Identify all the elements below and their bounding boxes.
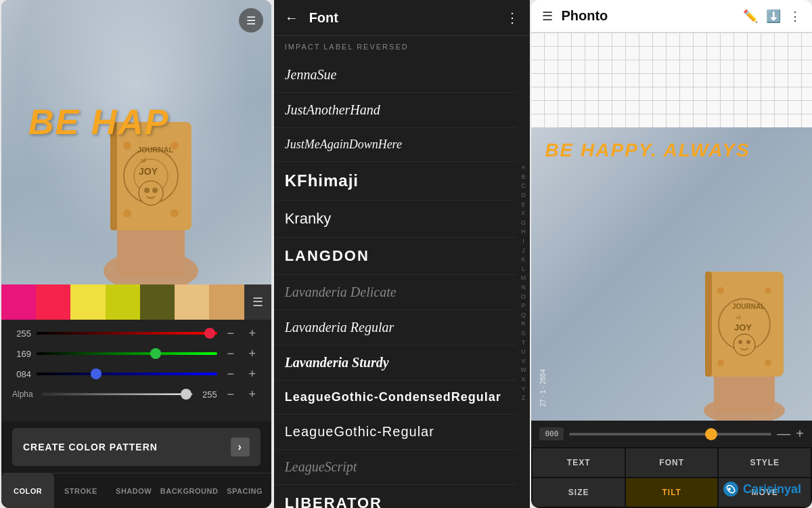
font-item-leaguegothic-condensed[interactable]: LeagueGothic-CondensedRegular xyxy=(274,381,517,415)
alpha-M[interactable]: M xyxy=(521,274,526,282)
main-slider-thumb[interactable] xyxy=(705,428,717,440)
font-item-leaguegothic-regular[interactable]: LeagueGothic-Regular xyxy=(274,415,517,450)
tab-background[interactable]: BACKGROUND xyxy=(160,473,219,508)
alpha-S[interactable]: S xyxy=(521,329,525,338)
red-slider-track[interactable] xyxy=(37,332,217,335)
red-slider-row: 255 − + xyxy=(12,325,261,341)
phonto-menu-button[interactable]: ☰ xyxy=(542,9,553,24)
tab-spacing[interactable]: SPACING xyxy=(218,473,271,508)
green-slider-track[interactable] xyxy=(37,352,217,355)
alpha-T[interactable]: T xyxy=(522,339,526,347)
tab-stroke[interactable]: STROKE xyxy=(54,473,107,508)
alpha-W[interactable]: W xyxy=(520,366,526,375)
font-item-kfhimaji[interactable]: KFhimaji xyxy=(274,162,517,200)
tab-color[interactable]: COLOR xyxy=(1,473,54,508)
font-subtitle: IMPACT LABEL REVERSED xyxy=(274,36,531,58)
font-name: LIBERATOR xyxy=(285,494,382,508)
tool-style-button[interactable]: STYLE xyxy=(719,448,811,477)
back-button[interactable]: ← xyxy=(285,10,298,26)
font-more-button[interactable]: ⋮ xyxy=(505,9,519,26)
tool-text-button[interactable]: TEXT xyxy=(533,448,625,477)
blue-slider-thumb[interactable] xyxy=(91,368,102,379)
alpha-H[interactable]: H xyxy=(521,228,526,236)
swatches-menu-button[interactable]: ☰ xyxy=(244,284,271,320)
slider-increase-button[interactable]: + xyxy=(796,426,804,442)
blue-slider-track[interactable] xyxy=(37,373,217,375)
alpha-G[interactable]: G xyxy=(521,219,526,228)
alpha-slider-track[interactable] xyxy=(42,393,193,396)
phonto-more-button[interactable]: ⋮ xyxy=(789,9,801,24)
alpha-F[interactable]: F xyxy=(522,209,526,218)
swatch-peach[interactable] xyxy=(175,284,209,320)
main-canvas[interactable]: BE HAPPY. ALWAYS JOURNAL of JOY xyxy=(531,127,812,421)
phonto-download-button[interactable]: ⬇️ xyxy=(766,9,781,24)
blue-decrease-button[interactable]: − xyxy=(223,366,239,382)
alpha-A[interactable]: A xyxy=(521,163,525,172)
swatch-yellow[interactable] xyxy=(70,284,105,320)
alpha-R[interactable]: R xyxy=(521,320,526,329)
tool-tilt-button[interactable]: TILT xyxy=(626,478,718,507)
alpha-increase-button[interactable]: + xyxy=(244,386,261,402)
font-item-lavanderia-sturdy[interactable]: Lavanderia Sturdy xyxy=(274,345,517,381)
font-item-justAnotherHand[interactable]: JustAnotherHand xyxy=(274,93,517,128)
svg-point-10 xyxy=(144,188,150,193)
alpha-Y[interactable]: Y xyxy=(521,385,525,394)
canvas-grid-background xyxy=(531,33,812,127)
font-item-leaguescript[interactable]: LeagueScript xyxy=(274,450,517,485)
swatch-hot-pink[interactable] xyxy=(1,284,36,320)
tool-size-button[interactable]: SIZE xyxy=(533,478,625,507)
main-slider-track[interactable] xyxy=(569,433,771,436)
font-item-justMeAgain[interactable]: JustMeAgainDownHere xyxy=(274,128,517,162)
blue-slider-row: 084 − + xyxy=(12,366,261,382)
tool-font-button[interactable]: FONT xyxy=(626,448,718,477)
font-item-lavanderia-regular[interactable]: Lavanderia Regular xyxy=(274,310,517,345)
alpha-V[interactable]: V xyxy=(521,357,525,366)
alpha-O[interactable]: O xyxy=(521,293,526,301)
canvas-book-illustration: JOURNAL of JOY xyxy=(677,245,812,421)
canvas-menu-button[interactable]: ☰ xyxy=(239,8,263,33)
swatch-red[interactable] xyxy=(36,284,70,320)
download-icon: ⬇️ xyxy=(766,9,781,23)
red-slider-thumb[interactable] xyxy=(204,328,215,339)
phonto-edit-button[interactable]: ✏️ xyxy=(743,9,758,24)
tool-grid: TEXT FONT STYLE SIZE TILT MOVE xyxy=(531,447,812,508)
font-item-jennasue[interactable]: JennaSue xyxy=(274,58,517,93)
font-item-liberator[interactable]: LIBERATOR xyxy=(274,485,517,508)
alpha-X[interactable]: X xyxy=(521,375,525,384)
alpha-C[interactable]: C xyxy=(521,182,526,190)
svg-point-30 xyxy=(765,360,771,366)
alpha-K[interactable]: K xyxy=(521,255,525,264)
red-increase-button[interactable]: + xyxy=(244,325,261,341)
red-decrease-button[interactable]: − xyxy=(223,325,239,341)
swatch-yellow-green[interactable] xyxy=(106,284,140,320)
alpha-Q[interactable]: Q xyxy=(521,311,526,320)
alpha-I[interactable]: I xyxy=(522,237,524,246)
alpha-J[interactable]: J xyxy=(522,247,525,255)
font-item-langdon[interactable]: LANGDON xyxy=(274,238,517,275)
alpha-slider-thumb[interactable] xyxy=(181,389,191,400)
alpha-L[interactable]: L xyxy=(522,265,525,274)
alpha-E[interactable]: E xyxy=(521,200,525,209)
alpha-P[interactable]: P xyxy=(521,301,525,310)
create-color-pattern-button[interactable]: CREATE COLOR PATTERN › xyxy=(12,428,261,466)
green-slider-thumb[interactable] xyxy=(150,348,161,359)
canvas-image: BE HAPPY. ALWAYS JOURNAL of JOY xyxy=(531,127,812,421)
alpha-D[interactable]: D xyxy=(521,191,526,200)
font-items-list: JennaSue JustAnotherHand JustMeAgainDown… xyxy=(274,58,517,508)
green-decrease-button[interactable]: − xyxy=(223,345,239,362)
alpha-B[interactable]: B xyxy=(521,173,525,182)
alpha-decrease-button[interactable]: − xyxy=(223,386,239,402)
swatch-tan[interactable] xyxy=(209,284,244,320)
canvas-main-text[interactable]: BE HAPPY. ALWAYS xyxy=(545,140,798,161)
green-increase-button[interactable]: + xyxy=(244,345,261,362)
alpha-U[interactable]: U xyxy=(521,347,526,356)
slider-decrease-button[interactable]: — xyxy=(777,426,790,442)
swatch-dark-olive[interactable] xyxy=(140,284,175,320)
alpha-N[interactable]: N xyxy=(521,283,526,292)
alpha-Z[interactable]: Z xyxy=(522,394,526,402)
tab-shadow[interactable]: SHADOW xyxy=(108,473,160,508)
font-item-kranky[interactable]: Kranky xyxy=(274,200,517,238)
blue-increase-button[interactable]: + xyxy=(244,366,261,382)
hamburger-icon: ☰ xyxy=(542,9,553,23)
font-item-lavanderia-delicate[interactable]: Lavanderia Delicate xyxy=(274,275,517,310)
